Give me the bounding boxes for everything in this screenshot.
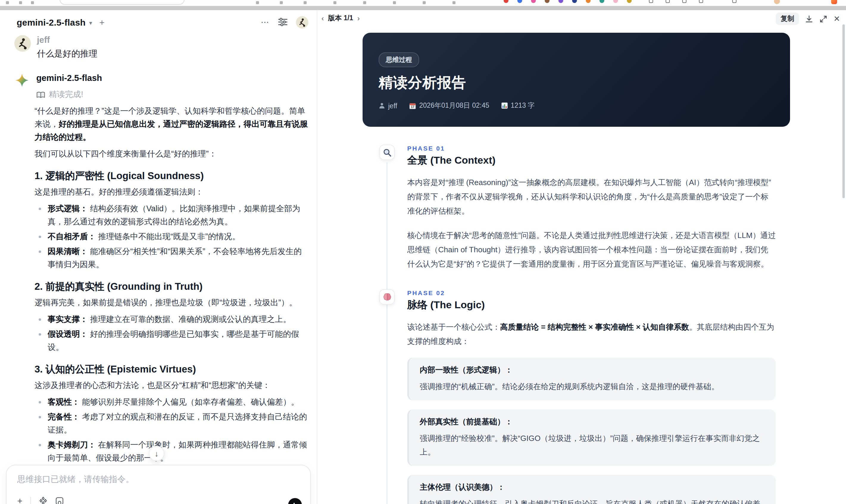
magnifier-icon — [379, 145, 395, 160]
attach-plus-button[interactable]: + — [17, 496, 23, 504]
browser-fragment — [31, 1, 34, 4]
browser-button-icon[interactable] — [666, 0, 670, 3]
chat-panel: gemini-2.5-flash ▾ + ⋯ — [0, 10, 317, 504]
phase-section-1: PHASE 01 全景 (The Context) 本内容是对“推理 (Reas… — [379, 145, 784, 271]
list-item: 事实支撑： 推理建立在可靠的数据、准确的观测或公认的真理之上。 — [35, 313, 309, 326]
user-message-text: 什么是好的推理 — [37, 47, 97, 60]
browser-fragment — [256, 1, 259, 4]
paragraph: 这涉及推理者的心态和方法论，也是区分“杠精”和“思想家”的关键： — [35, 379, 309, 392]
paragraph: 我们可以从以下四个维度来衡量什么是“好的推理”： — [35, 148, 309, 161]
frame-capture-icon[interactable] — [55, 497, 64, 504]
browser-fragment — [423, 1, 426, 4]
settings-sliders-icon[interactable] — [278, 18, 287, 26]
assistant-name: gemini-2.5-flash — [36, 73, 102, 88]
assistant-message: gemini-2.5-flash 精读完成! “什么是好的推理？”这是一个涉及逻… — [14, 73, 307, 504]
browser-toolbar — [0, 0, 846, 6]
phase-title: 脉络 (The Logic) — [407, 298, 776, 312]
report-title: 精读分析报告 — [378, 73, 466, 92]
extension-icon[interactable] — [545, 0, 549, 3]
extension-icon[interactable] — [613, 0, 618, 3]
browser-button-icon[interactable] — [649, 0, 653, 3]
paragraph: 该论述基于一个核心公式：高质量结论 = 结构完整性 × 事实准确性 × 认知自律… — [407, 320, 776, 349]
logic-dimension-box: 主体伦理（认识美德）： 转向推理者的心理特征。引入奥卡姆剃刀和反向论证，旨在克服… — [407, 475, 776, 504]
phase-title: 全景 (The Context) — [407, 154, 776, 167]
paragraph: 这是推理的基石。好的推理必须遵循逻辑法则： — [35, 186, 309, 199]
list-item: 形式逻辑： 结构必须有效（Valid）。比如演绎推理中，如果前提全部为真，那么通… — [35, 202, 309, 229]
extension-icon[interactable] — [517, 0, 522, 3]
download-icon[interactable] — [805, 15, 813, 23]
chat-input-placeholder: 思维接口已就绪，请传输指令。 — [6, 465, 310, 485]
user-message: jeff 什么是好的推理 — [14, 35, 307, 60]
browser-fragment — [333, 1, 336, 4]
extension-icon[interactable] — [572, 0, 577, 3]
model-selector[interactable]: gemini-2.5-flash — [17, 17, 86, 27]
report-meta: jeff 17 2026年01月08日 02:45 1 — [378, 101, 535, 110]
calendar-icon: 17 — [409, 102, 416, 109]
box-title: 主体伦理（认识美德）： — [420, 482, 765, 493]
list-item: 完备性： 考虑了对立的观点和潜在的反证，而不是只选择支持自己结论的证据。 — [35, 411, 309, 437]
copy-button[interactable]: 复制 — [776, 13, 799, 25]
report-badge: 思维过程 — [378, 52, 419, 67]
close-icon[interactable]: ✕ — [833, 14, 840, 23]
gemini-star-icon — [15, 73, 29, 88]
chat-input[interactable]: 思维接口已就绪，请传输指令。 + — [6, 465, 311, 504]
scrollbar-thumb[interactable] — [842, 24, 845, 198]
section-heading: 2. 前提的真实性 (Grounding in Truth) — [35, 280, 309, 293]
browser-fragment — [453, 1, 455, 4]
logic-dimension-box: 内部一致性（形式逻辑）： 强调推理的“机械正确”。结论必须在给定的规则系统内逻辑… — [407, 358, 776, 400]
sparkle-diamonds-icon[interactable] — [39, 496, 48, 504]
report-header-card: 思维过程 精读分析报告 jeff 17 — [363, 33, 790, 127]
paragraph: 本内容是对“推理 (Reasoning)”这一抽象概念的高层建模。在知识爆炸与人… — [407, 176, 776, 218]
box-body: 强调推理的“机械正确”。结论必须在给定的规则系统内逻辑自洽，这是推理的硬件基础。 — [420, 380, 765, 393]
chat-header: gemini-2.5-flash ▾ + ⋯ — [0, 10, 317, 29]
previous-version-button[interactable]: ‹ — [321, 14, 324, 22]
extension-icon[interactable] — [504, 0, 508, 3]
voice-input-button[interactable] — [288, 498, 302, 504]
report-word-count: 1213 字 — [511, 101, 535, 110]
preview-toolbar: ‹ 版本 1/1 › 复制 — [318, 10, 846, 27]
browser-button-icon[interactable] — [732, 0, 737, 3]
message-list: jeff 什么是好的推理 — [0, 29, 317, 504]
new-chat-button[interactable]: + — [100, 17, 105, 27]
browser-button-icon[interactable] — [682, 0, 686, 3]
browser-app-icon[interactable] — [831, 0, 837, 4]
report-author: jeff — [388, 102, 397, 109]
person-icon — [378, 102, 385, 109]
next-version-button[interactable]: › — [357, 14, 359, 22]
more-options-button[interactable]: ⋯ — [261, 19, 270, 25]
browser-button-icon[interactable] — [699, 0, 703, 3]
extension-icon[interactable] — [559, 0, 563, 3]
assistant-reply: “什么是好的推理？”这是一个涉及逻辑学、认知科学和哲学核心的问题。简单来说，好的… — [35, 105, 309, 504]
extension-icon[interactable] — [586, 0, 591, 3]
extension-icon[interactable] — [600, 0, 604, 3]
list-item: 假设透明： 好的推理会明确指明哪些是已知事实，哪些是基于可能的假设。 — [35, 328, 309, 354]
assistant-status: 精读完成! — [36, 89, 307, 100]
extension-icon[interactable] — [531, 0, 536, 3]
section-heading: 1. 逻辑的严密性 (Logical Soundness) — [35, 169, 309, 182]
browser-fragment — [363, 1, 366, 4]
chevron-down-icon[interactable]: ▾ — [89, 19, 92, 26]
expand-fullscreen-icon[interactable] — [819, 15, 828, 23]
phase-label: PHASE 02 — [407, 289, 776, 296]
bullet-list: 形式逻辑： 结构必须有效（Valid）。比如演绎推理中，如果前提全部为真，那么通… — [35, 202, 309, 271]
app-window: gemini-2.5-flash ▾ + ⋯ — [0, 10, 846, 504]
address-bar[interactable] — [59, 0, 184, 5]
screen: gemini-2.5-flash ▾ + ⋯ — [0, 0, 846, 504]
report-document: 思维过程 精读分析报告 jeff 17 — [318, 27, 846, 504]
report-datetime: 2026年01月08日 02:45 — [419, 101, 489, 110]
scroll-to-bottom-button[interactable]: ↓ — [149, 446, 164, 461]
list-item: 奥卡姆剃刀： 在解释同一个现象时，如果两种推理都能站得住脚，通常倾向于最简单、假… — [35, 438, 309, 465]
bar-chart-icon — [501, 102, 508, 109]
assistant-status-text: 精读完成! — [49, 89, 83, 100]
extension-icon[interactable] — [627, 0, 632, 3]
box-title: 外部真实性（前提基础）： — [420, 416, 765, 427]
bullet-list: 事实支撑： 推理建立在可靠的数据、准确的观测或公认的真理之上。假设透明： 好的推… — [35, 313, 309, 354]
browser-profile-avatar[interactable] — [774, 0, 780, 4]
browser-fragment — [6, 1, 9, 4]
open-book-icon — [36, 91, 45, 98]
list-item: 客观性： 能够识别并尽量排除个人偏见（如幸存者偏差、确认偏差）。 — [35, 396, 309, 409]
user-avatar[interactable] — [296, 16, 309, 28]
version-label: 版本 1/1 — [328, 14, 353, 23]
box-body: 强调推理的“经验校准”。解决“GIGO（垃圾进，垃圾出）”问题，确保推理引擎运行… — [420, 431, 765, 459]
browser-fragment — [304, 1, 306, 4]
